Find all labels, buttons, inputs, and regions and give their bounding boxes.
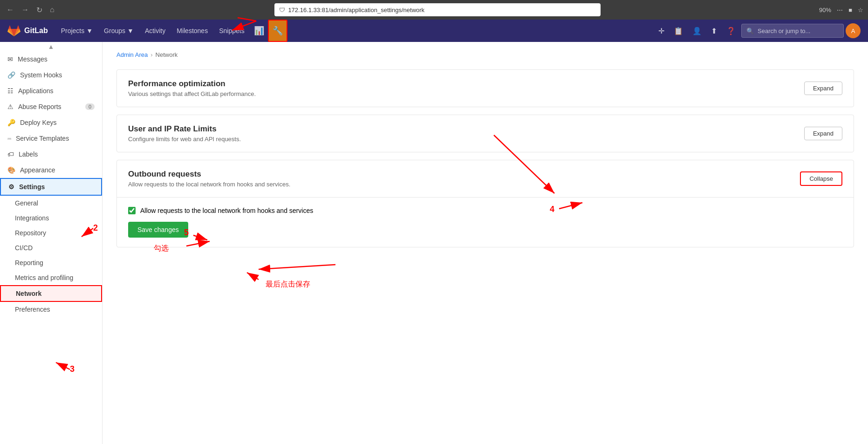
labels-icon: 🏷	[7, 150, 14, 158]
search-bar[interactable]: 🔍 Search or jump to...	[741, 24, 844, 38]
nav-snippets[interactable]: Snippets	[213, 20, 250, 42]
back-button[interactable]: ←	[5, 4, 16, 16]
zoom-level: 90%	[819, 7, 831, 14]
reload-button[interactable]: ↻	[34, 4, 44, 16]
sidebar-sub-metrics-label: Metrics and profiling	[15, 274, 73, 281]
gitlab-navbar: GitLab Projects ▼ Groups ▼ Activity Mile…	[0, 20, 868, 42]
sidebar-item-abuse-reports[interactable]: ⚠ Abuse Reports 0	[0, 99, 102, 115]
search-placeholder: Search or jump to...	[758, 27, 810, 34]
sidebar-deploy-keys-label: Deploy Keys	[20, 119, 57, 126]
outbound-collapse-button[interactable]: Collapse	[800, 171, 842, 186]
avatar-button[interactable]: A	[846, 23, 861, 38]
system-hooks-icon: 🔗	[7, 71, 15, 79]
sidebar-sub-metrics[interactable]: Metrics and profiling	[0, 270, 102, 285]
allow-local-requests-row: Allow requests to the local network from…	[128, 207, 842, 214]
gitlab-logo[interactable]: GitLab	[7, 24, 48, 37]
allow-local-requests-checkbox[interactable]	[128, 207, 136, 214]
clipboard-icon-button[interactable]: 📋	[670, 20, 687, 42]
applications-icon: ☷	[7, 87, 14, 95]
sidebar-item-deploy-keys[interactable]: 🔑 Deploy Keys	[0, 115, 102, 130]
user-icon-button[interactable]: 👤	[689, 20, 705, 42]
sidebar-sub-repository[interactable]: Repository	[0, 225, 102, 240]
sidebar-sub-general[interactable]: General	[0, 196, 102, 211]
menu-dots[interactable]: ⋯	[837, 7, 843, 14]
sidebar-applications-label: Applications	[18, 87, 54, 95]
rate-limits-expand-button[interactable]: Expand	[804, 127, 842, 140]
sidebar-item-appearance[interactable]: 🎨 Appearance	[0, 162, 102, 178]
settings-icon: ⚙	[8, 183, 14, 191]
save-changes-button[interactable]: Save changes	[128, 222, 188, 238]
sidebar-item-service-templates[interactable]: ⎓ Service Templates	[0, 130, 102, 146]
browser-chrome: ← → ↻ ⌂ 🛡 172.16.1.33:81/admin/applicati…	[0, 0, 868, 20]
sidebar-item-settings[interactable]: ⚙ Settings	[0, 178, 102, 196]
sidebar-sub-reporting-label: Reporting	[15, 259, 43, 266]
outbound-section-header: Outbound requests Allow requests to the …	[117, 160, 854, 197]
sidebar-labels-label: Labels	[19, 150, 38, 158]
plus-icon-button[interactable]: ✛	[655, 20, 668, 42]
sidebar-sub-integrations[interactable]: Integrations	[0, 211, 102, 225]
sidebar-sub-network-label: Network	[16, 290, 41, 297]
home-button[interactable]: ⌂	[48, 4, 56, 16]
nav-milestones-label: Milestones	[177, 27, 208, 34]
nav-projects-label: Projects	[61, 27, 85, 34]
sidebar-item-applications[interactable]: ☷ Applications	[0, 83, 102, 99]
performance-section-title: Performance optimization	[128, 79, 256, 89]
forward-button[interactable]: →	[20, 4, 31, 16]
scroll-up-indicator[interactable]: ▲	[0, 42, 102, 51]
performance-section: Performance optimization Various setting…	[116, 69, 854, 107]
performance-expand-button[interactable]: Expand	[804, 82, 842, 95]
main-content: Admin Area › Network Performance optimiz…	[103, 42, 868, 444]
nav-snippets-label: Snippets	[219, 27, 244, 34]
sidebar-sub-network[interactable]: Network	[0, 285, 102, 302]
performance-section-desc: Various settings that affect GitLab perf…	[128, 90, 256, 97]
browser-toolbar: 90% ⋯ ■ ☆	[819, 7, 863, 14]
stats-icon-button[interactable]: 📊	[250, 20, 268, 42]
breadcrumb-current: Network	[156, 51, 178, 58]
gitlab-logo-icon	[7, 24, 21, 37]
breadcrumb: Admin Area › Network	[116, 51, 854, 58]
sidebar-sub-cicd[interactable]: CI/CD	[0, 240, 102, 255]
groups-chevron: ▼	[127, 27, 134, 34]
navbar-right: ✛ 📋 👤 ⬆ ❓ 🔍 Search or jump to... A	[655, 20, 861, 42]
abuse-reports-icon: ⚠	[7, 103, 14, 110]
sidebar-item-system-hooks[interactable]: 🔗 System Hooks	[0, 67, 102, 83]
address-bar[interactable]: 🛡 172.16.1.33:81/admin/application_setti…	[274, 3, 601, 16]
outbound-section-desc: Allow requests to the local network from…	[128, 181, 290, 188]
sidebar: ▲ ✉ Messages 🔗 System Hooks ☷ Applicatio…	[0, 42, 103, 444]
nav-groups-label: Groups	[104, 27, 125, 34]
sidebar-messages-label: Messages	[18, 55, 48, 63]
sidebar-item-messages[interactable]: ✉ Messages	[0, 51, 102, 67]
breadcrumb-parent[interactable]: Admin Area	[116, 51, 148, 58]
outbound-section-body: Allow requests to the local network from…	[117, 197, 854, 247]
upload-icon-button[interactable]: ⬆	[707, 20, 721, 42]
nav-groups[interactable]: Groups ▼	[98, 20, 139, 42]
sidebar-settings-label: Settings	[19, 183, 45, 191]
outbound-section-info: Outbound requests Allow requests to the …	[128, 170, 290, 188]
performance-section-info: Performance optimization Various setting…	[128, 79, 256, 97]
outbound-section: Outbound requests Allow requests to the …	[116, 160, 854, 247]
sidebar-abuse-reports-label: Abuse Reports	[18, 103, 62, 110]
performance-section-header: Performance optimization Various setting…	[117, 70, 854, 107]
bookmark-icon[interactable]: ☆	[858, 7, 863, 14]
nav-projects[interactable]: Projects ▼	[55, 20, 98, 42]
sidebar-sub-preferences[interactable]: Preferences	[0, 302, 102, 317]
nav-milestones[interactable]: Milestones	[171, 20, 213, 42]
sidebar-item-labels[interactable]: 🏷 Labels	[0, 146, 102, 162]
outbound-section-title: Outbound requests	[128, 170, 290, 179]
sidebar-sub-reporting[interactable]: Reporting	[0, 255, 102, 270]
search-icon: 🔍	[746, 27, 754, 34]
extensions-icon[interactable]: ■	[848, 7, 852, 14]
deploy-keys-icon: 🔑	[7, 119, 15, 126]
sidebar-sub-general-label: General	[15, 199, 38, 207]
rate-limits-section-header: User and IP Rate Limits Configure limits…	[117, 115, 854, 152]
rate-limits-section-info: User and IP Rate Limits Configure limits…	[128, 124, 241, 143]
abuse-reports-badge: 0	[85, 103, 95, 110]
nav-activity[interactable]: Activity	[139, 20, 171, 42]
help-icon-button[interactable]: ❓	[723, 20, 739, 42]
breadcrumb-separator: ›	[150, 51, 152, 58]
wrench-icon-button[interactable]: 🔧	[268, 20, 287, 42]
rate-limits-section-desc: Configure limits for web and API request…	[128, 136, 241, 143]
messages-icon: ✉	[7, 55, 13, 63]
sidebar-appearance-label: Appearance	[20, 166, 55, 174]
allow-local-requests-label[interactable]: Allow requests to the local network from…	[140, 207, 313, 214]
